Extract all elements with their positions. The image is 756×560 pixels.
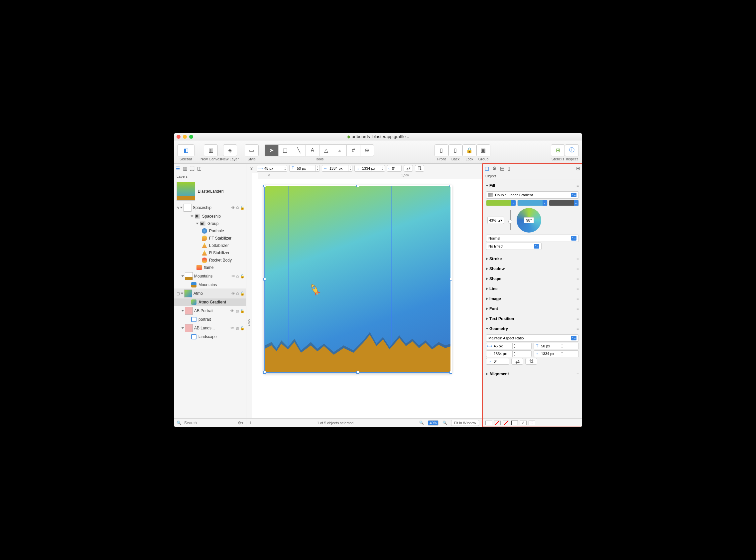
shape-section-header[interactable]: Shape≡ [486, 275, 579, 283]
grip-icon[interactable]: ≡ [576, 277, 579, 281]
flip-h-button[interactable]: ⇄ [511, 358, 523, 365]
resize-handle-se[interactable] [449, 371, 452, 374]
lock-button[interactable]: 🔒 [462, 144, 477, 156]
slider-knob[interactable] [508, 220, 512, 224]
style-well-stroke[interactable] [494, 421, 501, 425]
object-tab-icon[interactable]: ◫ [485, 166, 489, 171]
guides-tab-icon[interactable]: ▥ [183, 166, 187, 171]
zoom-in-icon[interactable]: 🔍 [442, 421, 447, 425]
grip-icon[interactable]: ≡ [576, 372, 579, 376]
disclosure-icon[interactable] [182, 276, 184, 277]
sidebar-toggle-button[interactable]: ◧ [177, 144, 194, 156]
grip-icon[interactable]: ≡ [576, 326, 579, 331]
pen-tool[interactable]: △ [319, 144, 333, 156]
geo-rotation-field[interactable]: ○ [486, 358, 509, 365]
style-well-shadow[interactable] [503, 421, 509, 425]
tree-item[interactable]: FF Stabilizer [174, 235, 246, 242]
line-tool[interactable]: ╲ [292, 144, 306, 156]
geo-height-field[interactable]: ↕▴▾ [533, 351, 579, 357]
shape-tool[interactable]: ◫ [278, 144, 292, 156]
properties-tab-icon[interactable]: ⚙ [492, 166, 497, 171]
canvas-tab-icon[interactable]: ▤ [500, 166, 504, 171]
tree-item[interactable]: L Stabilizer [174, 242, 246, 249]
fit-window-button[interactable]: Fit in Window [451, 420, 479, 426]
geo-width-field[interactable]: ↔▴▾ [486, 351, 531, 357]
print-icon[interactable]: ⎙ [236, 292, 239, 296]
style-well-all[interactable]: ⬚ [529, 421, 535, 425]
print-icon[interactable]: ⎙ [236, 206, 239, 210]
back-button[interactable]: ▯ [448, 144, 462, 156]
unlock-icon[interactable]: 🔓 [240, 274, 245, 279]
alignment-section-header[interactable]: Alignment≡ [486, 370, 579, 378]
panel-toggle-icon[interactable]: ⦀ [250, 421, 251, 425]
eye-icon[interactable]: 👁 [231, 206, 235, 210]
blend-mode-dropdown[interactable]: Normal⌃⌄ [486, 235, 579, 242]
vertical-ruler[interactable]: 1,000 [246, 179, 252, 418]
layer-row-ab-portrait[interactable]: AB:Portrait 👁▨🔓 [174, 306, 246, 316]
eye-icon[interactable]: 👁 [231, 292, 235, 296]
new-canvas-button[interactable]: ▥ [204, 144, 218, 156]
horizontal-ruler[interactable]: 0 1,000 [258, 173, 482, 179]
grid-tab-icon[interactable]: ⊞ [576, 166, 580, 171]
selection-tool[interactable]: ➤ [265, 144, 279, 156]
eye-icon[interactable]: 👁 [230, 326, 234, 331]
text-position-section-header[interactable]: Text Position≡ [486, 315, 579, 323]
canvas-viewport[interactable] [252, 179, 482, 418]
style-well-fill[interactable] [485, 421, 492, 425]
inspect-button[interactable]: ⓘ [565, 144, 579, 156]
front-button[interactable]: ▯ [435, 144, 448, 156]
eye-icon[interactable]: 👁 [231, 274, 235, 279]
gradient-angle-wheel[interactable]: 98° [517, 208, 541, 233]
hand-tool[interactable]: ⊕ [360, 144, 374, 156]
tree-item[interactable]: landscape [174, 333, 246, 340]
tree-item[interactable]: portrait [174, 316, 246, 323]
resize-handle-ne[interactable] [449, 185, 452, 187]
line-section-header[interactable]: Line≡ [486, 284, 579, 293]
tree-item[interactable]: ▣Spaceship [174, 213, 246, 220]
zoom-select[interactable]: 40% [428, 420, 439, 425]
resize-handle-e[interactable] [449, 278, 452, 280]
outline-tab-icon[interactable]: ⿳ [190, 166, 194, 171]
tree-item[interactable]: Porthole [174, 227, 246, 235]
geo-x-field[interactable]: ⟼▴▾ [486, 343, 531, 349]
tree-item[interactable]: Mountains [174, 281, 246, 288]
effect-dropdown[interactable]: No Effect⌃⌄ [486, 243, 542, 250]
geometry-section-header[interactable]: Geometry≡ [486, 324, 579, 333]
zoom-out-icon[interactable]: 🔍 [419, 421, 424, 425]
diagram-tool[interactable]: ⟁ [333, 144, 347, 156]
grip-icon[interactable]: ≡ [576, 183, 579, 188]
gradient-color-1[interactable]: ⌄ [486, 200, 516, 206]
gradient-color-2[interactable]: ⌄ [517, 200, 547, 206]
unlock-icon[interactable]: 🔓 [240, 309, 245, 313]
group-button[interactable]: ▣ [477, 144, 490, 156]
unlock-icon[interactable]: 🔓 [240, 206, 245, 210]
geo-y-field[interactable]: ⟙▴▾ [533, 343, 579, 349]
stencils-button[interactable]: ⊞ [551, 144, 565, 156]
flip-v-button[interactable]: ⇅ [525, 358, 537, 365]
grip-icon[interactable]: ≡ [576, 257, 579, 261]
layer-row-atmo[interactable]: ▢ Atmo 👁⎙🔓 [174, 288, 246, 298]
style-well-text[interactable]: A [520, 421, 527, 425]
aspect-ratio-dropdown[interactable]: Maintain Aspect Ratio⌃⌄ [486, 334, 579, 342]
unlock-icon[interactable]: 🔓 [240, 326, 245, 331]
disclosure-icon[interactable] [196, 223, 199, 225]
disclosure-icon[interactable] [181, 293, 184, 295]
canvas-item[interactable]: BlasterLander! [174, 180, 246, 203]
grip-icon[interactable]: ≡ [576, 266, 579, 271]
unlock-icon[interactable]: 🔓 [240, 292, 245, 296]
resize-handle-sw[interactable] [263, 371, 266, 374]
layer-row-ab-landscape[interactable]: AB:Lands... 👁▨🔓 [174, 323, 246, 333]
flip-v-button[interactable]: ⇅ [415, 165, 424, 172]
tree-item[interactable]: R Stabilizer [174, 249, 246, 257]
disclosure-icon[interactable] [182, 310, 184, 312]
flip-h-button[interactable]: ⇄ [404, 165, 413, 172]
layer-row-mountains[interactable]: Mountains 👁⎙🔓 [174, 271, 246, 281]
stroke-section-header[interactable]: Stroke≡ [486, 255, 579, 263]
disclosure-icon[interactable] [180, 207, 183, 208]
style-well-shape[interactable] [511, 421, 518, 425]
fill-section-header[interactable]: Fill≡ [486, 181, 579, 190]
tree-item[interactable]: flame [174, 264, 246, 271]
disclosure-icon[interactable] [191, 216, 193, 217]
y-field[interactable]: ⟙▴▾ [289, 165, 320, 172]
shadow-section-header[interactable]: Shadow≡ [486, 264, 579, 273]
